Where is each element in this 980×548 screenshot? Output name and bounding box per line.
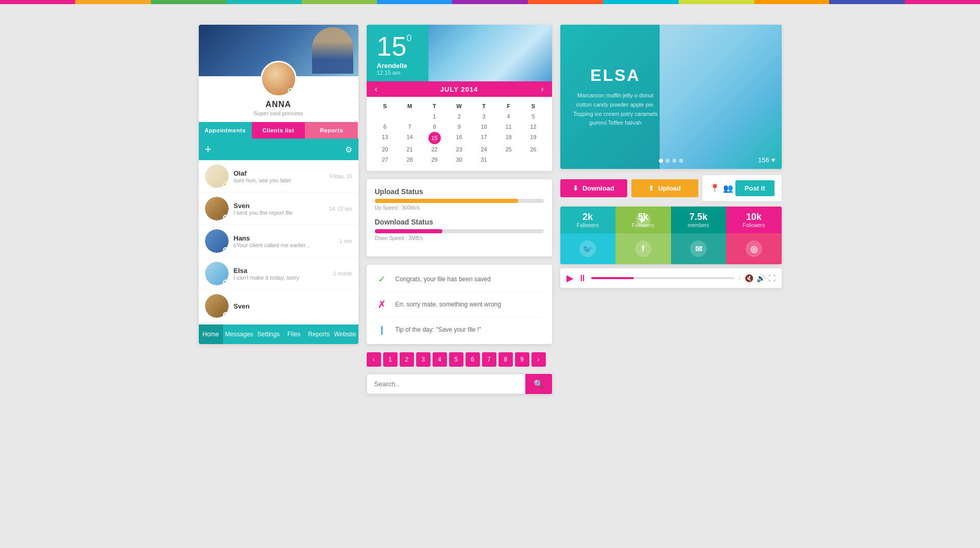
calendar-day[interactable]: 8 [422,122,447,132]
calendar-day[interactable] [398,111,422,122]
stat-followers-5k[interactable]: 5k Followers ▶ [615,207,671,233]
page-button-9[interactable]: 9 [515,352,529,367]
stat-followers-10k[interactable]: 10k Followers [726,207,782,233]
page-button-1[interactable]: 1 [383,352,398,367]
location-icon-button[interactable]: 📍 [710,183,720,193]
post-it-button[interactable]: Post it [735,180,775,196]
people-icon-button[interactable]: 👥 [723,183,733,193]
calendar-day[interactable]: 4 [496,111,521,122]
reports-tab[interactable]: Reports [305,122,358,139]
dot-4[interactable] [679,159,683,163]
pause-button[interactable]: ⏸ [578,273,587,284]
add-message-button[interactable]: + [205,143,212,156]
calendar-day[interactable]: 3 [472,111,496,122]
calendar-day[interactable]: 18 [496,132,521,144]
messages-toolbar: + ⚙ [199,139,358,160]
list-item[interactable]: Sven [199,290,358,322]
page-button-6[interactable]: 6 [466,352,480,367]
list-item[interactable]: Sven I sent you the report file 14: 22 a… [199,193,358,225]
nav-settings[interactable]: Settings [255,324,282,344]
stat-label: members [673,222,725,228]
stat-label: Followers [562,222,614,228]
twitter-button[interactable]: 🐦 [560,233,616,264]
mute-button[interactable]: 🔇 [745,274,753,282]
calendar-day[interactable]: 10 [472,122,496,132]
page-button-2[interactable]: 2 [400,352,414,367]
nav-reports[interactable]: Reports [306,324,332,344]
calendar-day[interactable]: 14 [398,132,422,144]
list-item[interactable]: Hans sYour client called me earlier... 1… [199,225,358,258]
play-button[interactable]: ▶ [566,272,574,284]
calendar-day[interactable]: 9 [447,122,472,132]
page-button-5[interactable]: 5 [449,352,463,367]
calendar-day[interactable]: 24 [472,144,496,155]
search-button[interactable]: 🔍 [525,374,552,394]
calendar-day[interactable]: 28 [398,155,422,165]
page-button-4[interactable]: 4 [433,352,447,367]
calendar-day[interactable] [521,155,546,165]
calendar-day[interactable]: 16 [447,132,472,144]
clients-list-tab[interactable]: Clients list [252,122,305,139]
calendar-day[interactable]: 7 [398,122,422,132]
calendar-day[interactable]: 22 [422,144,447,155]
facebook-button[interactable]: f [615,233,671,264]
calendar-today[interactable]: 15 [428,132,441,144]
page-button-7[interactable]: 7 [482,352,496,367]
calendar-day[interactable] [373,111,398,122]
calendar-prev-button[interactable]: ‹ [375,84,377,94]
nav-website[interactable]: Website [332,324,358,344]
download-button[interactable]: ⬇ Download [560,179,627,197]
volume-button[interactable]: 🔊 [757,274,765,282]
calendar-day[interactable]: 30 [447,155,472,165]
calendar-day[interactable]: 29 [422,155,447,165]
nav-home[interactable]: Home [199,324,223,344]
search-input[interactable] [367,374,525,394]
calendar-day[interactable]: 27 [373,155,398,165]
progress-track[interactable] [591,277,735,279]
nav-messages[interactable]: Messages [223,324,255,344]
prev-page-button[interactable]: ‹ [367,352,381,367]
calendar-day[interactable]: 19 [521,132,546,144]
message-list: Olaf sure hun, see you later Friday, 15 … [199,160,358,322]
calendar-day[interactable]: 13 [373,132,398,144]
dot-1[interactable] [659,159,663,163]
calendar-next-button[interactable]: › [541,84,543,94]
page-button-8[interactable]: 8 [498,352,513,367]
email-button[interactable]: ✉ [671,233,727,264]
calendar-day[interactable]: 6 [373,122,398,132]
page-button-3[interactable]: 3 [416,352,431,367]
stat-members-7-5k[interactable]: 7.5k members [671,207,727,233]
list-item[interactable]: Elsa I can't make it today, sorry 1 mont… [199,258,358,290]
calendar-day[interactable]: 5 [521,111,546,122]
calendar-day[interactable]: 12 [521,122,546,132]
online-dot [223,280,228,285]
message-time: 14: 22 am [329,206,352,212]
dot-2[interactable] [665,159,669,163]
calendar-day[interactable]: 25 [496,144,521,155]
calendar-day[interactable]: 1 [422,111,447,122]
fullscreen-button[interactable]: ⛶ [768,274,776,282]
bottom-nav: Home Messages Settings Files Reports Web… [199,324,358,344]
settings-button[interactable]: ⚙ [345,145,352,155]
upload-button[interactable]: ⬆ Upload [631,179,698,197]
social-row: 🐦 f ✉ ◎ [560,233,782,264]
calendar-day[interactable]: 31 [472,155,496,165]
calendar-day[interactable]: 11 [496,122,521,132]
list-item[interactable]: Olaf sure hun, see you later Friday, 15 [199,160,358,193]
calendar-day[interactable] [496,155,521,165]
info-icon: | [375,322,389,337]
dribbble-button[interactable]: ◎ [726,233,782,264]
actions-row: ⬇ Download ⬆ Upload 📍 👥 Post it [560,175,782,201]
calendar-day[interactable]: 20 [373,144,398,155]
appointments-tab[interactable]: Appointments [199,122,252,139]
calendar-day[interactable]: 17 [472,132,496,144]
dot-3[interactable] [672,159,676,163]
calendar-day[interactable]: 21 [398,144,422,155]
stat-followers-2k[interactable]: 2k Followers [560,207,616,233]
calendar-day[interactable]: 23 [447,144,472,155]
calendar-day[interactable]: 2 [447,111,472,122]
day-number-wrap: 15 0 [377,33,418,60]
next-page-button[interactable]: › [531,352,546,367]
calendar-day[interactable]: 26 [521,144,546,155]
nav-files[interactable]: Files [282,324,306,344]
